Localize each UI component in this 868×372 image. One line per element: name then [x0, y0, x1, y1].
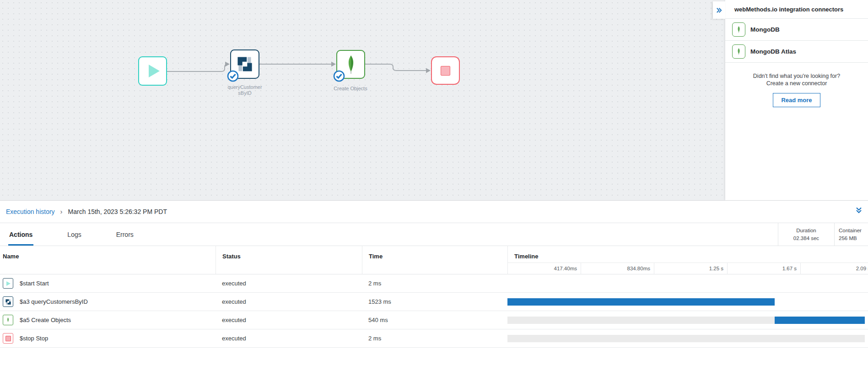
tab-actions[interactable]: Actions	[8, 223, 33, 246]
tab-errors[interactable]: Errors	[115, 223, 135, 246]
table-row[interactable]: $a5 Create Objects executed 540 ms	[0, 311, 868, 329]
table-row[interactable]: $start Start executed 2 ms	[0, 274, 868, 293]
connector-label: MongoDB Atlas	[750, 48, 796, 55]
mongodb-leaf-icon	[732, 44, 745, 59]
tab-bar: Actions Logs Errors Duration 02.384 sec …	[0, 223, 868, 246]
timeline-tick: 834.80ms	[581, 263, 654, 274]
column-header-time: Time	[362, 246, 507, 274]
action-name: $stop Stop	[20, 335, 48, 342]
read-more-button[interactable]: Read more	[773, 93, 820, 107]
stop-node[interactable]	[431, 56, 460, 85]
table-row[interactable]: $a3 queryCustomersByID executed 1523 ms	[0, 293, 868, 311]
column-header-timeline: Timeline 417.40ms 834.80ms 1.25 s 1.67 s…	[507, 246, 868, 274]
connector-wires	[0, 0, 725, 200]
column-header-status: Status	[216, 246, 362, 274]
timeline-tick: 1.25 s	[654, 263, 728, 274]
timeline-duration-bar	[507, 298, 775, 306]
breadcrumb-current-execution: March 15th, 2023 5:26:32 PM PDT	[68, 208, 167, 215]
start-node[interactable]	[138, 56, 167, 86]
stop-icon	[3, 333, 13, 344]
action-name: $start Start	[20, 280, 49, 287]
panel-collapse-down-button[interactable]	[855, 207, 863, 216]
node-label-create-objects: Create Objects	[328, 86, 373, 92]
create-objects-node[interactable]	[336, 50, 365, 79]
panel-title: webMethods.io integration connectors	[725, 0, 868, 19]
connector-label: MongoDB	[750, 26, 780, 33]
tab-logs[interactable]: Logs	[66, 223, 82, 246]
execution-history-panel: Execution history › March 15th, 2023 5:2…	[0, 200, 868, 372]
action-status: executed	[216, 293, 362, 311]
action-time: 2 ms	[362, 329, 507, 347]
breadcrumb-execution-history-link[interactable]: Execution history	[6, 208, 55, 215]
querycustomersbyid-node[interactable]	[230, 49, 259, 79]
start-icon	[3, 278, 13, 289]
connector-item-mongodb-atlas[interactable]: MongoDB Atlas	[725, 41, 868, 63]
breadcrumb-separator: ›	[60, 208, 63, 215]
node-label-querycustomersbyid: queryCustomersByID	[227, 84, 263, 96]
breadcrumb: Execution history › March 15th, 2023 5:2…	[0, 201, 868, 223]
connector-item-mongodb[interactable]: MongoDB	[725, 19, 868, 41]
action-time: 1523 ms	[362, 293, 507, 311]
action-name: $a3 queryCustomersByID	[20, 298, 88, 305]
executed-check-icon	[333, 70, 345, 82]
container-value: 256 MB	[839, 235, 868, 242]
table-row[interactable]: $stop Stop executed 2 ms	[0, 329, 868, 348]
action-status: executed	[216, 274, 362, 292]
double-chevron-down-icon	[855, 207, 863, 214]
timeline-cell	[507, 329, 868, 347]
timeline-cell	[507, 274, 868, 292]
timeline-axis: 417.40ms 834.80ms 1.25 s 1.67 s 2.09 s	[508, 263, 868, 274]
executed-check-icon	[227, 70, 239, 82]
table-header: Name Status Time Timeline 417.40ms 834.8…	[0, 246, 868, 274]
timeline-cell	[507, 311, 868, 329]
action-status: executed	[216, 311, 362, 329]
mongodb-leaf-icon	[732, 22, 745, 37]
double-chevron-right-icon	[716, 7, 722, 14]
panel-collapse-button[interactable]	[713, 1, 725, 19]
connector-help-text: Didn't find what you're looking for? Cre…	[725, 72, 868, 87]
action-time: 2 ms	[362, 274, 507, 292]
duration-label: Duration	[778, 227, 834, 235]
duration-value: 02.384 sec	[778, 235, 834, 242]
play-icon	[149, 65, 160, 77]
action-time: 540 ms	[362, 311, 507, 329]
mongodb-leaf-icon	[3, 315, 13, 325]
netsuite-icon	[3, 296, 13, 307]
timeline-tick: 417.40ms	[508, 263, 581, 274]
timeline-wait-bar	[507, 317, 775, 324]
stop-icon	[441, 66, 450, 76]
container-label: Container	[839, 227, 868, 235]
action-name: $a5 Create Objects	[20, 317, 71, 323]
app-window: queryCustomersByID Create Objects webMet…	[0, 0, 868, 372]
timeline-tick: 1.67 s	[728, 263, 801, 274]
timeline-tick: 2.09 s	[801, 263, 868, 274]
timeline-duration-bar	[775, 317, 865, 324]
timeline-wait-bar	[507, 335, 865, 342]
column-header-name: Name	[0, 246, 216, 274]
timeline-cell	[507, 293, 868, 311]
duration-stat: Duration 02.384 sec	[778, 223, 834, 246]
action-status: executed	[216, 329, 362, 347]
connectors-panel: webMethods.io integration connectors Mon…	[725, 0, 868, 200]
container-stat: Container 256 MB	[834, 223, 868, 246]
